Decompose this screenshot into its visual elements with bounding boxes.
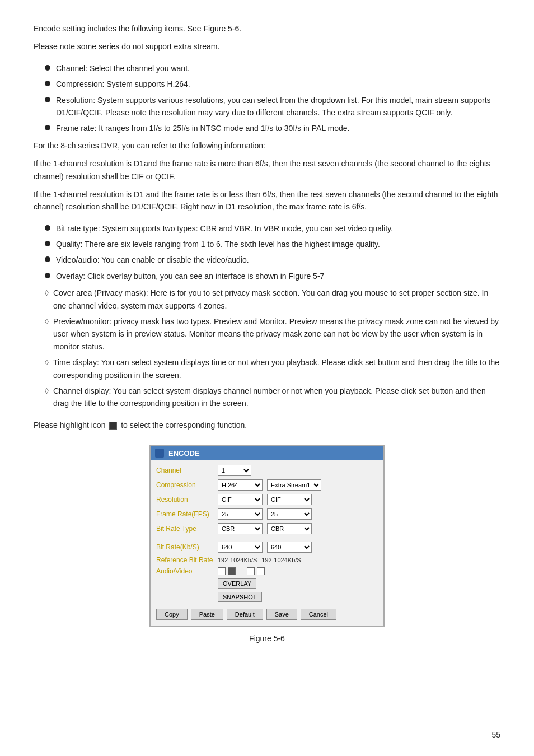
framerate-field: 25 25 (218, 508, 378, 520)
diamond-icon: ◊ (45, 287, 49, 299)
bullet-dot-icon (45, 273, 50, 278)
bitrate-kbs-field: 640 640 (218, 542, 378, 553)
highlight-text-suffix: to select the corresponding function. (121, 421, 247, 430)
bitrate-type-label: Bit Rate Type (156, 525, 218, 533)
encode-row-framerate: Frame Rate(FPS) 25 25 (156, 508, 378, 520)
encode-dialog-buttons: Copy Paste Default Save Cancel (156, 606, 378, 621)
encode-title-bar: ENCODE (151, 446, 383, 460)
main-bullet-list: Channel: Select the channel you want. Co… (45, 62, 500, 135)
list-item: ◊ Time display: You can select system di… (45, 356, 500, 381)
list-item: Channel: Select the channel you want. (45, 62, 500, 74)
audio-video-label: Audio/Video (156, 567, 218, 575)
bullet-text: Preview/monitor: privacy mask has two ty… (53, 315, 500, 353)
list-item: ◊ Preview/monitor: privacy mask has two … (45, 315, 500, 353)
dialog-icon (155, 449, 164, 458)
bullet-text: Cover area (Privacy mask): Here is for y… (53, 287, 500, 312)
checkbox-video-main[interactable] (228, 567, 236, 575)
overlay-snapshot-field: OVERLAY (218, 578, 378, 589)
compression-select[interactable]: H.264 (218, 479, 263, 491)
framerate-label: Frame Rate(FPS) (156, 510, 218, 518)
main-content: Encode setting includes the following it… (34, 22, 500, 651)
intro-section: Encode setting includes the following it… (34, 22, 500, 53)
audio-video-checkboxes-main (218, 567, 236, 575)
default-button[interactable]: Default (227, 609, 263, 620)
encode-row-ref-bitrate: Reference Bit Rate 192-1024Kb/S 192-1024… (156, 556, 378, 564)
save-button[interactable]: Save (266, 609, 297, 620)
ref-bitrate-value1: 192-1024Kb/S (218, 557, 257, 563)
dvr-line1: For the 8-ch series DVR, you can refer t… (34, 139, 500, 152)
bitrate-type-select-main[interactable]: CBR (218, 523, 263, 534)
overlay-button[interactable]: OVERLAY (218, 578, 256, 589)
highlight-text-prefix: Please highlight icon (34, 421, 105, 430)
encode-row-resolution: Resolution CIF CIF (156, 494, 378, 505)
list-item: ◊ Cover area (Privacy mask): Here is for… (45, 287, 500, 312)
encode-divider (156, 538, 378, 538)
encode-row-snapshot: SNAPSHOT (156, 592, 378, 602)
bitrate-type-select-extra[interactable]: CBR (267, 523, 312, 534)
channel-select[interactable]: 1 (218, 465, 251, 476)
intro-line1: Encode setting includes the following it… (34, 22, 500, 35)
compression-label: Compression (156, 481, 218, 489)
encode-row-audio-video: Audio/Video (156, 567, 378, 575)
diamond-icon: ◊ (45, 315, 49, 328)
ref-bitrate-field: 192-1024Kb/S 192-1024Kb/S (218, 557, 378, 563)
diamond-icon: ◊ (45, 356, 49, 368)
bullet-text: Time display: You can select system disp… (53, 356, 500, 381)
bitrate-kbs-select-extra[interactable]: 640 (267, 542, 312, 553)
encode-row-bitrate-kbs: Bit Rate(Kb/S) 640 640 (156, 542, 378, 553)
checkbox-audio-extra[interactable] (247, 567, 255, 575)
encode-title: ENCODE (168, 449, 200, 458)
intro-line2: Please note some series do not support e… (34, 40, 500, 53)
resolution-select-main[interactable]: CIF (218, 494, 263, 505)
figure-container: ENCODE Channel 1 Compression (34, 445, 500, 650)
snapshot-button[interactable]: SNAPSHOT (218, 592, 262, 602)
bullet-text: Compression: System supports H.264. (56, 78, 190, 90)
checkbox-video-extra[interactable] (257, 567, 265, 575)
extra-stream-select[interactable]: Extra Stream1 (267, 479, 321, 491)
dvr-line3: If the 1-channel resolution is D1 and th… (34, 188, 500, 213)
bullet-text: Channel display: You can select system d… (53, 385, 500, 410)
bullet-dot-icon (45, 65, 50, 71)
list-item: Resolution: System supports various reso… (45, 94, 500, 119)
bullet-text: Overlay: Click overlay button, you can s… (56, 270, 324, 282)
bullet-dot-icon (45, 256, 50, 262)
ref-bitrate-label: Reference Bit Rate (156, 556, 218, 564)
encode-row-overlay-snapshot: OVERLAY (156, 578, 378, 589)
list-item: Quality: There are six levels ranging fr… (45, 238, 500, 250)
dvr-line2: If the 1-channel resolution is D1and the… (34, 157, 500, 183)
compression-field: H.264 Extra Stream1 (218, 479, 378, 491)
dvr-section: For the 8-ch series DVR, you can refer t… (34, 139, 500, 213)
bullet-text: Channel: Select the channel you want. (56, 62, 190, 74)
bullet-dot-icon (45, 225, 50, 231)
diamond-bullet-list: ◊ Cover area (Privacy mask): Here is for… (45, 287, 500, 410)
bullet-text: Frame rate: It ranges from 1f/s to 25f/s… (56, 122, 349, 134)
encode-row-bitrate-type: Bit Rate Type CBR CBR (156, 523, 378, 534)
resolution-select-extra[interactable]: CIF (267, 494, 312, 505)
paste-button[interactable]: Paste (191, 609, 223, 620)
diamond-icon: ◊ (45, 385, 49, 397)
encode-row-compression: Compression H.264 Extra Stream1 (156, 479, 378, 491)
audio-video-checkboxes-extra (247, 567, 265, 575)
ref-bitrate-value2: 192-1024Kb/S (261, 557, 301, 563)
checkbox-audio-main[interactable] (218, 567, 226, 575)
cancel-button[interactable]: Cancel (301, 609, 336, 620)
framerate-select-main[interactable]: 25 (218, 508, 263, 520)
list-item: Video/audio: You can enable or disable t… (45, 254, 500, 266)
bitrate-kbs-label: Bit Rate(Kb/S) (156, 543, 218, 551)
framerate-select-extra[interactable]: 25 (267, 508, 312, 520)
list-item: Compression: System supports H.264. (45, 78, 500, 90)
list-item: Overlay: Click overlay button, you can s… (45, 270, 500, 282)
bullet-text: Bit rate type: System supports two types… (56, 222, 393, 235)
bullet-dot-icon (45, 97, 50, 102)
snapshot-field: SNAPSHOT (218, 592, 378, 602)
copy-button[interactable]: Copy (156, 609, 188, 620)
secondary-bullet-list: Bit rate type: System supports two types… (45, 222, 500, 283)
bullet-text: Video/audio: You can enable or disable t… (56, 254, 249, 266)
highlight-icon (109, 422, 117, 430)
bullet-text: Quality: There are six levels ranging fr… (56, 238, 380, 250)
encode-dialog: ENCODE Channel 1 Compression (149, 445, 385, 627)
list-item: Bit rate type: System supports two types… (45, 222, 500, 235)
bullet-dot-icon (45, 81, 50, 86)
bitrate-kbs-select-main[interactable]: 640 (218, 542, 263, 553)
figure-caption: Figure 5-6 (249, 632, 285, 645)
